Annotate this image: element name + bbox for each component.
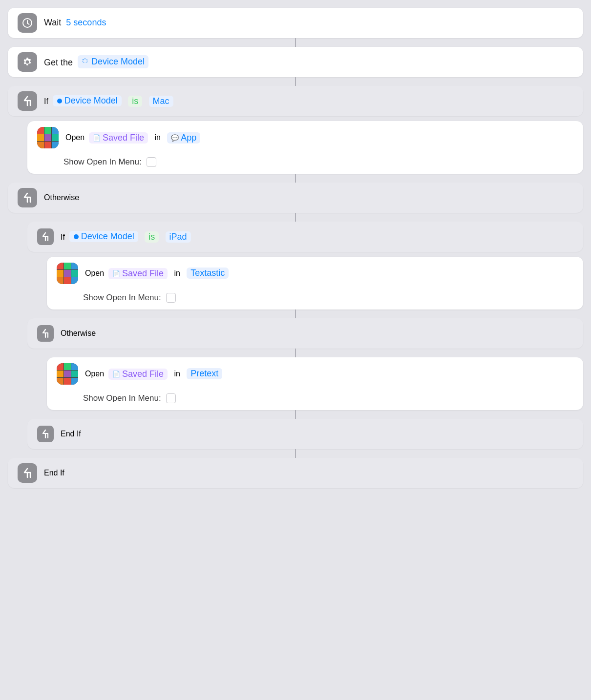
open-card-detail-pretext: Show Open In Menu:	[47, 391, 583, 410]
flow-container: Wait 5 seconds Get the Device Model If	[8, 8, 583, 488]
otherwise-1-label: Otherwise	[44, 193, 79, 202]
endif-1-label: End If	[61, 430, 81, 438]
app-icon-mac	[37, 127, 59, 148]
clock-icon	[18, 13, 37, 33]
otherwise-2-wrapper: Otherwise	[27, 318, 583, 349]
connector	[295, 410, 296, 419]
connector	[295, 309, 296, 318]
open-card-detail-ipad: Show Open In Menu:	[47, 290, 583, 309]
branch-icon-ipad	[37, 228, 54, 245]
endif-2-card[interactable]: End If	[8, 458, 583, 488]
saved-file-pill-pretext: 📄 Saved File	[108, 369, 168, 380]
show-open-in-menu-checkbox-pretext[interactable]	[166, 393, 176, 403]
device-model-pill-2: Device Model	[53, 95, 122, 106]
connector	[295, 449, 296, 458]
branch-icon-otherwise-1	[18, 188, 37, 207]
otherwise-2-card[interactable]: Otherwise	[27, 318, 583, 349]
endif-2-wrapper: End If	[8, 458, 583, 488]
open-card-main-ipad: Open 📄 Saved File in Textastic	[47, 257, 583, 290]
endif-1-card[interactable]: End If	[27, 419, 583, 449]
show-open-in-menu-checkbox-mac[interactable]	[147, 157, 156, 167]
show-open-in-menu-checkbox-ipad[interactable]	[166, 293, 176, 303]
gear-icon	[18, 52, 37, 72]
endif-2-label: End If	[44, 469, 64, 477]
open-ipad-label: Open 📄 Saved File in Textastic	[85, 268, 229, 279]
branch-icon-otherwise-2	[37, 325, 54, 342]
svg-line-2	[27, 23, 29, 25]
if-mac-card[interactable]: If Device Model is Mac	[8, 86, 583, 116]
ipad-pill: iPad	[166, 231, 191, 243]
app-pill: 💬 App	[167, 132, 200, 144]
mac-pill: Mac	[149, 96, 173, 107]
wait-card[interactable]: Wait 5 seconds	[8, 8, 583, 38]
get-device-model-card[interactable]: Get the Device Model	[8, 47, 583, 77]
device-model-pill: Device Model	[78, 55, 148, 68]
open-app-mac-card[interactable]: Open 📄 Saved File in 💬 App Show Open In …	[27, 121, 583, 174]
saved-file-pill-ipad: 📄 Saved File	[108, 268, 168, 279]
otherwise-1-card[interactable]: Otherwise	[8, 183, 583, 213]
app-icon-ipad	[57, 263, 78, 284]
connector	[295, 174, 296, 183]
wait-label: Wait 5 seconds	[44, 17, 106, 29]
open-card-main-pretext: Open 📄 Saved File in Pretext	[47, 357, 583, 391]
svg-point-3	[57, 99, 62, 103]
if-ipad-card[interactable]: If Device Model is iPad	[27, 222, 583, 252]
otherwise-2-label: Otherwise	[61, 329, 96, 338]
open-ipad-card[interactable]: Open 📄 Saved File in Textastic Show Open…	[47, 257, 583, 309]
gap	[8, 116, 583, 121]
pretext-pill: Pretext	[187, 368, 222, 379]
connector	[295, 77, 296, 86]
open-mac-label: Open 📄 Saved File in 💬 App	[65, 132, 200, 144]
open-card-detail-mac: Show Open In Menu:	[27, 154, 583, 174]
open-pretext-wrapper: Open 📄 Saved File in Pretext Show Open I…	[47, 357, 583, 410]
textastic-pill: Textastic	[187, 268, 229, 279]
connector	[295, 349, 296, 357]
open-app-mac-wrapper: Open 📄 Saved File in 💬 App Show Open In …	[27, 121, 583, 174]
is-pill: is	[128, 96, 142, 107]
if-mac-label: If Device Model is Mac	[44, 95, 173, 107]
open-card-main: Open 📄 Saved File in 💬 App	[27, 121, 583, 154]
saved-file-pill: 📄 Saved File	[89, 132, 148, 144]
connector	[295, 38, 296, 47]
open-pretext-label: Open 📄 Saved File in Pretext	[85, 368, 222, 380]
connector	[295, 213, 296, 222]
open-ipad-wrapper: Open 📄 Saved File in Textastic Show Open…	[47, 257, 583, 309]
if-ipad-label: If Device Model is iPad	[61, 231, 191, 243]
app-icon-pretext	[57, 363, 78, 385]
branch-icon-endif-1	[37, 426, 54, 442]
device-model-pill-ipad: Device Model	[69, 231, 138, 242]
get-device-model-label: Get the Device Model	[44, 55, 148, 69]
gap	[8, 252, 583, 257]
branch-icon	[18, 91, 37, 111]
open-pretext-card[interactable]: Open 📄 Saved File in Pretext Show Open I…	[47, 357, 583, 410]
svg-point-4	[74, 234, 79, 239]
if-ipad-wrapper: If Device Model is iPad	[27, 222, 583, 252]
endif-1-wrapper: End If	[27, 419, 583, 449]
is-pill-ipad: is	[145, 231, 159, 243]
branch-icon-endif-2	[18, 463, 37, 483]
